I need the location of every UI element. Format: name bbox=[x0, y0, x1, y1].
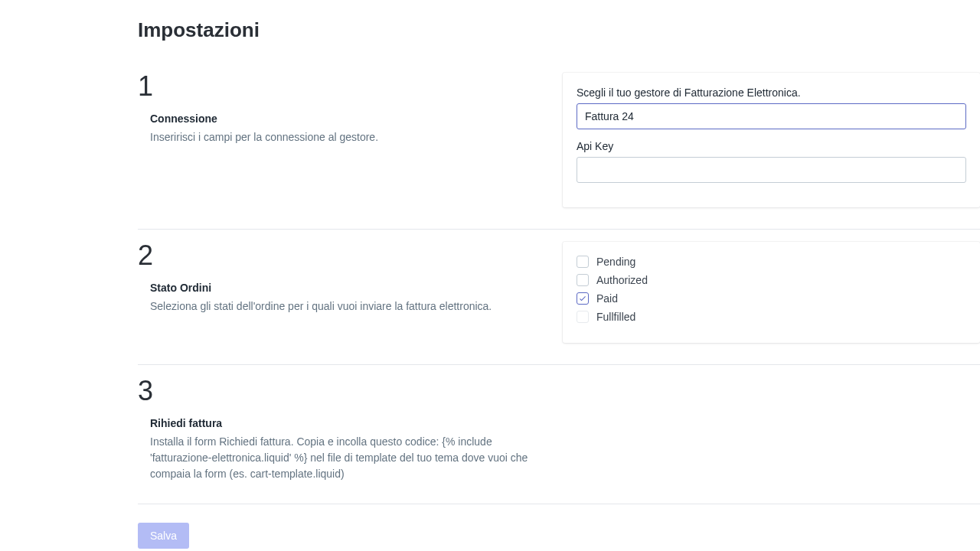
section-number-1: 1 bbox=[138, 73, 563, 100]
checkbox-pending[interactable] bbox=[577, 256, 589, 268]
status-label-pending: Pending bbox=[596, 256, 635, 268]
checkbox-paid[interactable] bbox=[577, 292, 589, 305]
section-request-invoice: 3 Rihiedi fattura Installa il form Richi… bbox=[138, 365, 980, 504]
order-status-card: Pending Authorized Paid Fullfilled bbox=[563, 242, 980, 343]
provider-select[interactable]: Fattura 24 bbox=[577, 103, 966, 129]
section-number-3: 3 bbox=[138, 377, 563, 405]
provider-label: Scegli il tuo gestore di Fatturazione El… bbox=[577, 86, 966, 99]
section-desc-order-status: Seleziona gli stati dell'ordine per i qu… bbox=[150, 298, 533, 315]
connection-card: Scegli il tuo gestore di Fatturazione El… bbox=[563, 73, 980, 207]
section-desc-connection: Inseririsci i campi per la connessione a… bbox=[150, 129, 533, 145]
section-connection: 1 Connessione Inseririsci i campi per la… bbox=[138, 60, 980, 230]
section-heading-connection: Connessione bbox=[150, 112, 563, 125]
checkbox-fulfilled bbox=[577, 311, 589, 323]
checkbox-authorized[interactable] bbox=[577, 274, 589, 286]
page-title: Impostazioni bbox=[138, 18, 980, 42]
check-icon bbox=[578, 294, 587, 303]
status-row-fulfilled: Fullfilled bbox=[577, 311, 966, 323]
status-row-authorized[interactable]: Authorized bbox=[577, 274, 966, 286]
section-desc-request-invoice: Installa il form Richiedi fattura. Copia… bbox=[150, 434, 533, 482]
apikey-label: Api Key bbox=[577, 140, 966, 152]
status-row-paid[interactable]: Paid bbox=[577, 292, 966, 305]
section-heading-order-status: Stato Ordini bbox=[150, 282, 563, 294]
save-button[interactable]: Salva bbox=[138, 523, 189, 549]
section-order-status: 2 Stato Ordini Seleziona gli stati dell'… bbox=[138, 230, 980, 365]
status-row-pending[interactable]: Pending bbox=[577, 256, 966, 268]
section-heading-request-invoice: Rihiedi fattura bbox=[150, 417, 563, 429]
section-number-2: 2 bbox=[138, 242, 563, 269]
status-label-fulfilled: Fullfilled bbox=[596, 311, 635, 323]
apikey-input[interactable] bbox=[577, 157, 966, 183]
status-label-paid: Paid bbox=[596, 292, 618, 305]
status-label-authorized: Authorized bbox=[596, 274, 648, 286]
